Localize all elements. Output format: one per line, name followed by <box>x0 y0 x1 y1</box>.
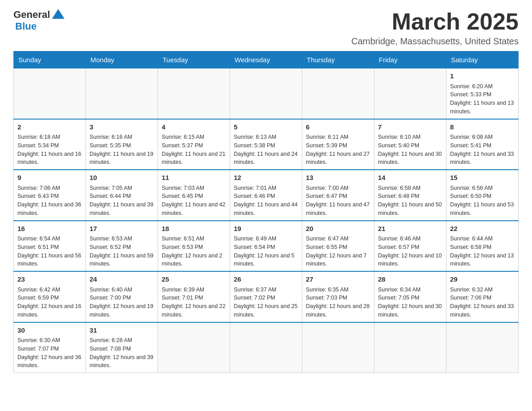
day-info: Sunrise: 6:51 AMSunset: 6:53 PMDaylight:… <box>162 235 226 268</box>
header-wednesday: Wednesday <box>230 51 302 68</box>
calendar-cell: 31Sunrise: 6:28 AMSunset: 7:08 PMDayligh… <box>86 322 158 373</box>
calendar-cell: 5Sunrise: 6:13 AMSunset: 5:38 PMDaylight… <box>230 119 302 170</box>
day-number: 22 <box>450 224 515 234</box>
day-number: 16 <box>17 224 82 234</box>
calendar-cell: 13Sunrise: 7:00 AMSunset: 6:47 PMDayligh… <box>302 170 374 221</box>
day-info: Sunrise: 6:10 AMSunset: 5:40 PMDaylight:… <box>378 133 442 167</box>
calendar-cell: 7Sunrise: 6:10 AMSunset: 5:40 PMDaylight… <box>374 119 446 170</box>
calendar-cell: 28Sunrise: 6:34 AMSunset: 7:05 PMDayligh… <box>374 271 446 322</box>
day-number: 30 <box>17 325 82 336</box>
calendar-cell <box>230 322 302 373</box>
calendar-cell: 21Sunrise: 6:46 AMSunset: 6:57 PMDayligh… <box>374 221 446 272</box>
day-number: 7 <box>378 122 442 133</box>
calendar-cell: 4Sunrise: 6:15 AMSunset: 5:37 PMDaylight… <box>158 119 230 170</box>
day-number: 27 <box>306 274 370 285</box>
day-info: Sunrise: 7:01 AMSunset: 6:46 PMDaylight:… <box>234 184 298 218</box>
day-number: 6 <box>306 122 370 133</box>
calendar-cell <box>374 322 446 373</box>
header-saturday: Saturday <box>446 51 519 68</box>
calendar-cell: 6Sunrise: 6:11 AMSunset: 5:39 PMDaylight… <box>302 119 374 170</box>
page-header: General Blue March 2025 Cambridge, Massa… <box>13 9 519 47</box>
header-thursday: Thursday <box>302 51 374 68</box>
calendar-table: Sunday Monday Tuesday Wednesday Thursday… <box>13 51 519 373</box>
calendar-cell <box>230 68 302 119</box>
day-info: Sunrise: 6:58 AMSunset: 6:48 PMDaylight:… <box>378 184 442 218</box>
day-info: Sunrise: 6:11 AMSunset: 5:39 PMDaylight:… <box>306 133 370 167</box>
calendar-week-1: 1Sunrise: 6:20 AMSunset: 5:33 PMDaylight… <box>14 68 519 119</box>
main-title: March 2025 <box>351 9 519 34</box>
day-number: 29 <box>450 274 515 285</box>
day-number: 12 <box>234 173 298 183</box>
header-tuesday: Tuesday <box>158 51 230 68</box>
calendar-cell: 30Sunrise: 6:30 AMSunset: 7:07 PMDayligh… <box>14 322 86 373</box>
calendar-cell: 2Sunrise: 6:18 AMSunset: 5:34 PMDaylight… <box>14 119 86 170</box>
calendar-cell <box>14 68 86 119</box>
calendar-week-6: 30Sunrise: 6:30 AMSunset: 7:07 PMDayligh… <box>14 322 519 373</box>
day-info: Sunrise: 6:28 AMSunset: 7:08 PMDaylight:… <box>90 336 154 370</box>
day-number: 25 <box>162 274 226 285</box>
day-number: 9 <box>17 173 82 183</box>
day-number: 4 <box>162 122 226 133</box>
day-number: 19 <box>234 224 298 234</box>
calendar-cell: 19Sunrise: 6:49 AMSunset: 6:54 PMDayligh… <box>230 221 302 272</box>
day-info: Sunrise: 6:32 AMSunset: 7:06 PMDaylight:… <box>450 286 515 319</box>
day-info: Sunrise: 6:53 AMSunset: 6:52 PMDaylight:… <box>90 235 154 268</box>
day-info: Sunrise: 6:35 AMSunset: 7:03 PMDaylight:… <box>306 286 370 319</box>
day-number: 5 <box>234 122 298 133</box>
header-friday: Friday <box>374 51 446 68</box>
day-info: Sunrise: 6:46 AMSunset: 6:57 PMDaylight:… <box>378 235 442 268</box>
day-number: 3 <box>90 122 154 133</box>
calendar-cell: 1Sunrise: 6:20 AMSunset: 5:33 PMDaylight… <box>446 68 519 119</box>
day-number: 2 <box>17 122 82 133</box>
calendar-cell: 12Sunrise: 7:01 AMSunset: 6:46 PMDayligh… <box>230 170 302 221</box>
calendar-week-3: 9Sunrise: 7:06 AMSunset: 6:43 PMDaylight… <box>14 170 519 221</box>
calendar-cell: 27Sunrise: 6:35 AMSunset: 7:03 PMDayligh… <box>302 271 374 322</box>
day-number: 8 <box>450 122 515 133</box>
day-info: Sunrise: 7:03 AMSunset: 6:45 PMDaylight:… <box>162 184 226 218</box>
day-info: Sunrise: 6:30 AMSunset: 7:07 PMDaylight:… <box>17 336 82 370</box>
calendar-cell: 29Sunrise: 6:32 AMSunset: 7:06 PMDayligh… <box>446 271 519 322</box>
logo-triangle-icon <box>52 9 64 19</box>
calendar-cell: 8Sunrise: 6:08 AMSunset: 5:41 PMDaylight… <box>446 119 519 170</box>
calendar-cell: 9Sunrise: 7:06 AMSunset: 6:43 PMDaylight… <box>14 170 86 221</box>
location-subtitle: Cambridge, Massachusetts, United States <box>351 36 519 47</box>
calendar-cell: 22Sunrise: 6:44 AMSunset: 6:58 PMDayligh… <box>446 221 519 272</box>
day-info: Sunrise: 6:18 AMSunset: 5:34 PMDaylight:… <box>17 133 82 167</box>
calendar-cell: 11Sunrise: 7:03 AMSunset: 6:45 PMDayligh… <box>158 170 230 221</box>
day-info: Sunrise: 6:39 AMSunset: 7:01 PMDaylight:… <box>162 286 226 319</box>
day-info: Sunrise: 6:40 AMSunset: 7:00 PMDaylight:… <box>90 286 154 319</box>
logo: General Blue <box>13 9 65 32</box>
calendar-cell: 18Sunrise: 6:51 AMSunset: 6:53 PMDayligh… <box>158 221 230 272</box>
day-info: Sunrise: 7:05 AMSunset: 6:44 PMDaylight:… <box>90 184 154 218</box>
day-number: 31 <box>90 325 154 336</box>
calendar-cell: 3Sunrise: 6:16 AMSunset: 5:35 PMDaylight… <box>86 119 158 170</box>
calendar-cell <box>158 322 230 373</box>
day-info: Sunrise: 6:56 AMSunset: 6:50 PMDaylight:… <box>450 184 515 218</box>
calendar-cell: 16Sunrise: 6:54 AMSunset: 6:51 PMDayligh… <box>14 221 86 272</box>
day-info: Sunrise: 6:08 AMSunset: 5:41 PMDaylight:… <box>450 133 515 167</box>
calendar-cell <box>302 68 374 119</box>
calendar-cell <box>446 322 519 373</box>
calendar-header-row: Sunday Monday Tuesday Wednesday Thursday… <box>14 51 519 68</box>
day-info: Sunrise: 6:15 AMSunset: 5:37 PMDaylight:… <box>162 133 226 167</box>
calendar-cell: 17Sunrise: 6:53 AMSunset: 6:52 PMDayligh… <box>86 221 158 272</box>
header-sunday: Sunday <box>14 51 86 68</box>
calendar-cell: 20Sunrise: 6:47 AMSunset: 6:55 PMDayligh… <box>302 221 374 272</box>
title-section: March 2025 Cambridge, Massachusetts, Uni… <box>351 9 519 47</box>
day-info: Sunrise: 6:34 AMSunset: 7:05 PMDaylight:… <box>378 286 442 319</box>
calendar-cell: 15Sunrise: 6:56 AMSunset: 6:50 PMDayligh… <box>446 170 519 221</box>
day-info: Sunrise: 6:37 AMSunset: 7:02 PMDaylight:… <box>234 286 298 319</box>
calendar-cell <box>86 68 158 119</box>
day-info: Sunrise: 7:06 AMSunset: 6:43 PMDaylight:… <box>17 184 82 218</box>
day-number: 21 <box>378 224 442 234</box>
day-number: 14 <box>378 173 442 183</box>
calendar-week-4: 16Sunrise: 6:54 AMSunset: 6:51 PMDayligh… <box>14 221 519 272</box>
calendar-cell: 23Sunrise: 6:42 AMSunset: 6:59 PMDayligh… <box>14 271 86 322</box>
calendar-cell: 14Sunrise: 6:58 AMSunset: 6:48 PMDayligh… <box>374 170 446 221</box>
day-number: 24 <box>90 274 154 285</box>
day-number: 20 <box>306 224 370 234</box>
calendar-cell: 24Sunrise: 6:40 AMSunset: 7:00 PMDayligh… <box>86 271 158 322</box>
day-number: 11 <box>162 173 226 183</box>
day-info: Sunrise: 6:13 AMSunset: 5:38 PMDaylight:… <box>234 133 298 167</box>
header-monday: Monday <box>86 51 158 68</box>
